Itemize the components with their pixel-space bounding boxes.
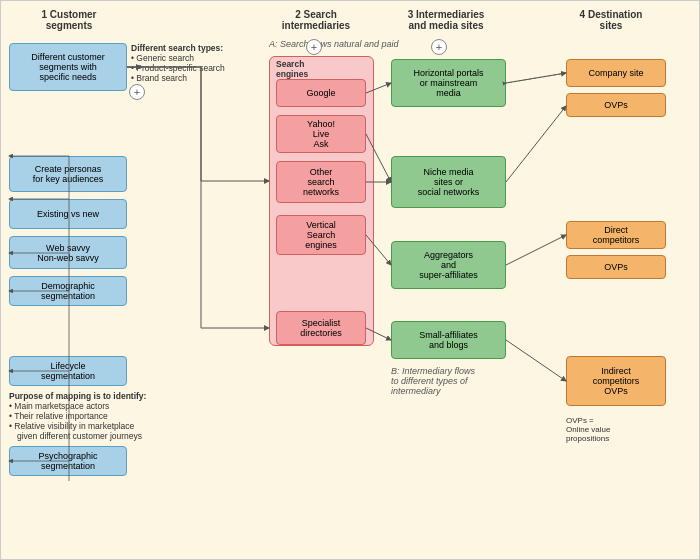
ovps2-box: OVPs [566,255,666,279]
psychographic-box: Psychographicsegmentation [9,446,127,476]
ovps1-box: OVPs [566,93,666,117]
diagram: 1 Customersegments 2 Searchintermediarie… [0,0,700,560]
svg-line-6 [506,73,566,83]
horizontal-portals-box: Horizontal portalsor mainstreammedia [391,59,506,107]
svg-line-8 [506,235,566,265]
plus-col1[interactable]: + [129,84,145,100]
yahoo-box: Yahoo!LiveAsk [276,115,366,153]
niche-media-box: Niche mediasites orsocial networks [391,156,506,208]
search-types-note: Different search types: • Generic search… [131,43,261,83]
col4-header: 4 Destinationsites [566,9,656,31]
main-customer-box: Different customersegments withspecific … [9,43,127,91]
col1-header: 1 Customersegments [9,9,129,31]
svg-line-7 [506,106,566,182]
vertical-search-box: VerticalSearchengines [276,215,366,255]
ovps-note: OVPs =Online valuepropositions [566,416,666,443]
personas-box: Create personasfor key audiences [9,156,127,192]
col2-header: 2 Searchintermediaries [271,9,361,31]
section-b-label: B: Intermediary flowsto different types … [391,366,506,396]
aggregators-box: Aggregatorsandsuper-affiliates [391,241,506,289]
svg-line-9 [506,340,566,381]
plus-col3[interactable]: + [431,39,447,55]
direct-competitors-box: Directcompetitors [566,221,666,249]
google-box: Google [276,79,366,107]
lifecycle-box: Lifecyclesegmentation [9,356,127,386]
indirect-competitors-box: IndirectcompetitorsOVPs [566,356,666,406]
search-engines-label: Searchengines [276,59,308,79]
company-site-box: Company site [566,59,666,87]
existing-new-box: Existing vs new [9,199,127,229]
plus-col2[interactable]: + [306,39,322,55]
section-a-label: A: Search flows natural and paid [269,39,399,49]
col3-header: 3 Intermediariesand media sites [391,9,501,31]
purpose-note: Purpose of mapping is to identify: • Mai… [9,391,259,441]
other-search-box: Othersearchnetworks [276,161,366,203]
specialist-directories-box: Specialistdirectories [276,311,366,345]
demographic-box: Demographicsegmentation [9,276,127,306]
svg-line-10 [506,73,566,83]
small-affiliates-box: Small-affiliatesand blogs [391,321,506,359]
websavvy-box: Web savvyNon-web savvy [9,236,127,269]
